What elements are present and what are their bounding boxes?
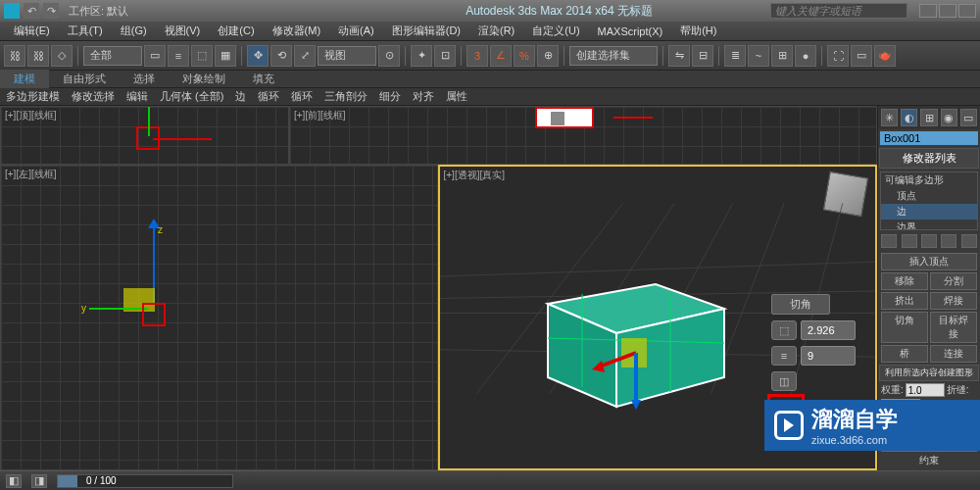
sr-subdiv[interactable]: 细分: [379, 89, 401, 104]
bind-icon[interactable]: ◇: [51, 45, 73, 67]
angle-snap-icon[interactable]: ∠: [490, 45, 512, 67]
viewport-front[interactable]: [+][前][线框]: [289, 106, 877, 165]
btn-connect[interactable]: 连接: [930, 345, 977, 363]
menu-edit[interactable]: 编辑(E): [6, 22, 58, 40]
menu-tools[interactable]: 工具(T): [60, 22, 111, 40]
tab-hierarchy-icon[interactable]: ⊞: [920, 109, 937, 126]
redo-icon[interactable]: ↷: [43, 3, 59, 19]
select-icon[interactable]: ▭: [144, 45, 166, 67]
ribbon-tab-populate[interactable]: 填充: [239, 70, 288, 88]
caddy-open-icon[interactable]: ◫: [771, 371, 797, 391]
caddy-amount-icon[interactable]: ⬚: [771, 320, 797, 340]
close-button[interactable]: [958, 4, 976, 18]
schematic-icon[interactable]: ⊞: [771, 45, 793, 67]
window-crossing-icon[interactable]: ▦: [215, 45, 236, 67]
btn-insert-vertex[interactable]: 插入顶点: [881, 253, 977, 270]
selection-filter[interactable]: 全部: [83, 46, 142, 66]
link-icon[interactable]: ⛓: [4, 45, 25, 67]
rotate-icon[interactable]: ⟲: [270, 45, 292, 67]
sr-align[interactable]: 对齐: [413, 89, 434, 104]
sr-polymodel[interactable]: 多边形建模: [6, 89, 60, 104]
stack-border[interactable]: 边界: [881, 220, 977, 230]
percent-snap-icon[interactable]: %: [514, 45, 535, 67]
stack-vertex[interactable]: 顶点: [881, 188, 977, 204]
ribbon-tab-modeling[interactable]: 建模: [0, 70, 49, 88]
undo-icon[interactable]: ↶: [24, 3, 39, 19]
render-icon[interactable]: 🫖: [874, 45, 896, 67]
pin-stack-icon[interactable]: [881, 234, 897, 248]
create-shape-label[interactable]: 利用所选内容创建图形: [879, 365, 979, 381]
ribbon-tab-freeform[interactable]: 自由形式: [49, 70, 120, 88]
menu-group[interactable]: 组(G): [113, 22, 155, 40]
material-icon[interactable]: ●: [795, 45, 816, 67]
scale-icon[interactable]: ⤢: [294, 45, 316, 67]
minimize-button[interactable]: [919, 4, 937, 18]
box-object[interactable]: [528, 245, 734, 412]
menu-help[interactable]: 帮助(H): [672, 22, 724, 40]
sr-edge[interactable]: 边: [235, 89, 246, 104]
curve-editor-icon[interactable]: ~: [748, 45, 769, 67]
unique-icon[interactable]: [921, 234, 937, 248]
menu-customize[interactable]: 自定义(U): [524, 22, 587, 40]
timeconfig2-icon[interactable]: ◨: [31, 474, 47, 488]
btn-remove[interactable]: 移除: [881, 272, 928, 290]
render-frame-icon[interactable]: ▭: [851, 45, 872, 67]
menu-rendering[interactable]: 渲染(R): [470, 22, 522, 40]
menu-grapheditors[interactable]: 图形编辑器(D): [384, 22, 468, 40]
menu-views[interactable]: 视图(V): [157, 22, 209, 40]
move-icon[interactable]: ✥: [247, 45, 269, 67]
sr-props[interactable]: 属性: [446, 89, 467, 104]
btn-chamfer[interactable]: 切角: [881, 312, 928, 343]
sr-geom[interactable]: 几何体 (全部): [160, 89, 223, 104]
object-name[interactable]: Box001: [880, 131, 978, 145]
ribbon-tab-objectpaint[interactable]: 对象绘制: [169, 70, 239, 88]
unlink-icon[interactable]: ⛓: [27, 45, 49, 67]
select-name-icon[interactable]: ≡: [168, 45, 189, 67]
caddy-segments-icon[interactable]: ≡: [771, 346, 797, 366]
sr-loop2[interactable]: 循环: [291, 89, 313, 104]
sr-edit[interactable]: 编辑: [126, 89, 148, 104]
show-end-icon[interactable]: [902, 234, 917, 248]
manip-icon[interactable]: ✦: [411, 45, 432, 67]
spinner-snap-icon[interactable]: ⊕: [537, 45, 559, 67]
viewport-left[interactable]: [+][左][线框] y z: [0, 165, 438, 470]
layers-icon[interactable]: ≣: [724, 45, 746, 67]
btn-bridge[interactable]: 桥: [881, 345, 928, 363]
sr-tri[interactable]: 三角剖分: [324, 89, 368, 104]
viewport-top[interactable]: [+][顶][线框]: [0, 106, 289, 165]
snap-icon[interactable]: 3: [466, 45, 488, 67]
tab-create-icon[interactable]: ✳: [881, 109, 898, 126]
stack-edge[interactable]: 边: [881, 204, 977, 220]
stack-editpoly[interactable]: 可编辑多边形: [881, 172, 977, 188]
weight-input[interactable]: [906, 383, 945, 397]
btn-targetweld[interactable]: 目标焊接: [930, 312, 977, 343]
menu-maxscript[interactable]: MAXScript(X): [590, 24, 671, 39]
time-slider[interactable]: [57, 474, 233, 488]
tab-modify-icon[interactable]: ◐: [901, 109, 917, 126]
tab-motion-icon[interactable]: ◉: [941, 109, 957, 126]
sr-modsel[interactable]: 修改选择: [72, 89, 115, 104]
menu-modifiers[interactable]: 修改器(M): [265, 22, 329, 40]
modifier-stack[interactable]: 可编辑多边形 顶点 边 边界 多边形 元素: [880, 172, 978, 230]
sr-loop[interactable]: 循环: [258, 89, 279, 104]
time-slider-thumb[interactable]: [58, 475, 77, 487]
btn-extrude[interactable]: 挤出: [881, 292, 928, 310]
render-setup-icon[interactable]: ⛶: [827, 45, 849, 67]
config-icon[interactable]: [961, 234, 977, 248]
tab-display-icon[interactable]: ▭: [960, 109, 977, 126]
timeconfig-icon[interactable]: ◧: [6, 474, 22, 488]
mirror-icon[interactable]: ⇋: [668, 45, 690, 67]
btn-split[interactable]: 分割: [930, 272, 977, 290]
btn-weld[interactable]: 焊接: [930, 292, 977, 310]
pivot-icon[interactable]: ⊙: [378, 45, 400, 67]
caddy-segments-value[interactable]: 9: [801, 346, 856, 366]
remove-mod-icon[interactable]: [941, 234, 956, 248]
rect-select-icon[interactable]: ⬚: [191, 45, 213, 67]
maximize-button[interactable]: [939, 4, 956, 18]
menu-animation[interactable]: 动画(A): [330, 22, 382, 40]
menu-create[interactable]: 创建(C): [210, 22, 262, 40]
modifier-list-label[interactable]: 修改器列表: [879, 148, 979, 169]
caddy-amount-value[interactable]: 2.926: [801, 320, 856, 340]
align-icon[interactable]: ⊟: [692, 45, 713, 67]
ref-coord[interactable]: 视图: [318, 46, 376, 66]
